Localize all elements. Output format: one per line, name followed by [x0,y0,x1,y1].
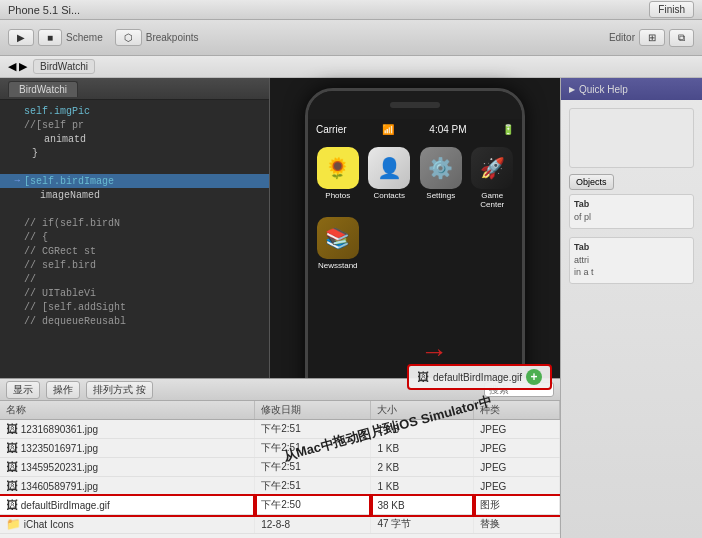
code-line: animatd [0,132,269,146]
breadcrumb-file: BirdWatchi [33,59,95,74]
editor-section: Editor ⊞ ⧉ [609,29,694,47]
code-line: // CGRect st [0,244,269,258]
ios-app-contacts[interactable]: 👤 Contacts [368,147,412,209]
qh-tab1-desc: of pl [574,211,689,224]
sort-button[interactable]: 排列方式 按 [86,381,153,399]
file-date: 下午2:51 [255,477,371,496]
file-date: 下午2:50 [255,496,371,515]
display-button[interactable]: 显示 [6,381,40,399]
qh-section-1: Tab of pl [569,194,694,229]
ios-app-gamecenter[interactable]: 🚀 Game Center [471,147,515,209]
file-type: JPEG [474,420,560,439]
scheme-label: Scheme [66,32,103,43]
table-row[interactable]: 🖼 13235016971.jpg 下午2:51 1 KB JPEG [0,439,560,458]
settings-icon: ⚙️ [420,147,462,189]
settings-label: Settings [426,191,455,200]
qh-tab1-label: Tab [574,199,689,209]
table-row[interactable]: 🖼 13460589791.jpg 下午2:51 1 KB JPEG [0,477,560,496]
code-line [0,160,269,174]
code-line: // { [0,230,269,244]
plus-badge: + [526,369,542,385]
editor-split-btn[interactable]: ⧉ [669,29,694,47]
file-size: 1 KB [371,439,474,458]
code-line [0,202,269,216]
quick-help-placeholder [569,108,694,168]
gamecenter-label: Game Center [471,191,515,209]
action-button[interactable]: 操作 [46,381,80,399]
file-ghost-name: defaultBirdImage.gif [433,372,522,383]
phone-top [308,91,522,119]
code-tab[interactable]: BirdWatchi [8,81,78,97]
file-size: 47 字节 [371,515,474,534]
col-name: 名称 [0,401,255,420]
file-name: 🖼 defaultBirdImage.gif [0,496,255,515]
photos-icon: 🌻 [317,147,359,189]
code-line: // if(self.birdN [0,216,269,230]
ios-app-grid: 🌻 Photos 👤 Contacts ⚙️ Settings 🚀 Game C… [308,139,522,278]
finish-button[interactable]: Finish [649,1,694,18]
breakpoints-label: Breakpoints [146,32,199,43]
objects-button[interactable]: Objects [569,174,614,190]
file-name: 🖼 13459520231.jpg [0,458,255,477]
run-button[interactable]: ▶ [8,29,34,46]
file-table: 名称 修改日期 大小 种类 🖼 12316890361.jpg 下午2:51 1… [0,401,560,534]
file-type: 替换 [474,515,560,534]
contacts-icon: 👤 [368,147,410,189]
gamecenter-icon: 🚀 [471,147,513,189]
editor-label: Editor [609,32,635,43]
file-ghost-icon: 🖼 [417,370,429,384]
file-size: 2 KB [371,458,474,477]
code-line: // self.bird [0,258,269,272]
file-name: 🖼 13460589791.jpg [0,477,255,496]
ios-app-photos[interactable]: 🌻 Photos [316,147,360,209]
phone-speaker [390,102,440,108]
status-bar: Carrier 📶 4:04 PM 🔋 [308,119,522,139]
table-row[interactable]: 📁 iChat Icons 12-8-8 47 字节 替换 [0,515,560,534]
right-body: Objects Tab of pl Tab attri in a t [561,100,702,300]
ios-app-newsstand[interactable]: 📚 Newsstand [316,217,360,270]
breakpoints-section: ⬡ Breakpoints [115,29,199,46]
editor-view-btn[interactable]: ⊞ [639,29,665,46]
file-size: 38 KB [371,496,474,515]
code-line: //[self pr [0,118,269,132]
file-type: JPEG [474,477,560,496]
window-title: Phone 5.1 Si... [8,4,80,16]
file-name: 🖼 12316890361.jpg [0,420,255,439]
qh-tab3-desc: in a t [574,266,689,279]
table-row[interactable]: 🖼 12316890361.jpg 下午2:51 1 KB JPEG [0,420,560,439]
file-type: 图形 [474,496,560,515]
breadcrumb: ◀ ▶ BirdWatchi [0,56,702,78]
time-label: 4:04 PM [429,124,466,135]
newsstand-icon: 📚 [317,217,359,259]
code-line: imageNamed [0,188,269,202]
stop-button[interactable]: ■ [38,29,62,46]
photos-label: Photos [325,191,350,200]
table-row[interactable]: 🖼 13459520231.jpg 下午2:51 2 KB JPEG [0,458,560,477]
table-row[interactable]: 🖼 defaultBirdImage.gif 下午2:50 38 KB 图形 [0,496,560,515]
code-header: BirdWatchi [0,78,269,100]
breakpoints-button[interactable]: ⬡ [115,29,142,46]
code-line: // UITableVi [0,286,269,300]
right-panel: Quick Help Objects Tab of pl Tab attri i… [560,78,702,538]
carrier-label: Carrier [316,124,347,135]
qh-tab2-desc: attri [574,254,689,267]
file-date: 12-8-8 [255,515,371,534]
code-line: // [0,272,269,286]
file-ghost: 🖼 defaultBirdImage.gif + [407,364,552,390]
qh-section-2: Tab attri in a t [569,237,694,284]
file-name: 🖼 13235016971.jpg [0,439,255,458]
toolbar: ▶ ■ Scheme ⬡ Breakpoints Editor ⊞ ⧉ [0,20,702,56]
file-type: JPEG [474,439,560,458]
code-line: // dequeueReusabl [0,314,269,328]
file-type: JPEG [474,458,560,477]
file-name: 📁 iChat Icons [0,515,255,534]
code-line: // [self.addSight [0,300,269,314]
col-date: 修改日期 [255,401,371,420]
top-bar: Phone 5.1 Si... Finish [0,0,702,20]
newsstand-label: Newsstand [318,261,358,270]
contacts-label: Contacts [373,191,405,200]
code-line: } [0,146,269,160]
code-line-highlighted: → [self.birdImage [0,174,269,188]
quick-help-header: Quick Help [561,78,702,100]
ios-app-settings[interactable]: ⚙️ Settings [419,147,463,209]
